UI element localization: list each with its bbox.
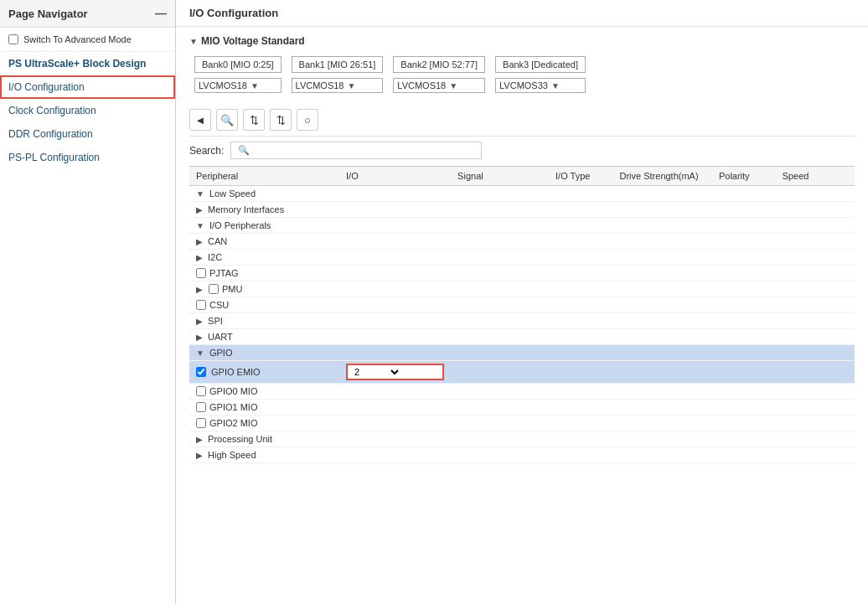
gpio-label: GPIO — [209, 348, 233, 358]
search-field[interactable] — [253, 146, 474, 156]
sidebar: Page Navigator — Switch To Advanced Mode… — [0, 0, 176, 604]
gpio-emio-speed — [776, 361, 824, 384]
can-label: CAN — [208, 236, 227, 246]
low-speed-expand-icon[interactable]: ▼ — [196, 189, 204, 199]
col-header-speed: Speed — [776, 167, 824, 186]
search-icon: 🔍 — [238, 145, 250, 156]
low-speed-label: Low Speed — [209, 188, 256, 199]
memory-interfaces-expand-icon[interactable]: ▶ — [196, 205, 203, 214]
col-header-iotype: I/O Type — [549, 167, 612, 186]
search-button[interactable]: 🔍 — [216, 109, 238, 131]
toolbar: ◄ 🔍 ⇅ ⇅ ○ — [189, 104, 855, 137]
i2c-label: I2C — [208, 252, 222, 262]
filter2-button[interactable]: ⇅ — [270, 109, 292, 131]
table-row: ▶ Processing Unit — [189, 431, 855, 447]
io-peripherals-expand-icon[interactable]: ▼ — [196, 221, 204, 230]
gpio-emio-checkbox[interactable] — [196, 367, 206, 377]
circle-button[interactable]: ○ — [297, 109, 318, 131]
search-input-wrapper[interactable]: 🔍 — [230, 142, 482, 159]
gpio-emio-label: GPIO EMIO — [211, 367, 261, 377]
gpio-emio-value-wrapper[interactable]: 2 4 8 16 32 64 — [346, 364, 444, 380]
sidebar-item-clock-config[interactable]: Clock Configuration — [0, 99, 175, 122]
table-row: ▶ UART — [189, 329, 855, 345]
processing-unit-label: Processing Unit — [208, 434, 272, 444]
gpio-emio-row: GPIO EMIO 2 4 8 16 32 64 — [189, 361, 855, 384]
mio-chevron-icon[interactable]: ▼ — [189, 37, 198, 46]
pmu-checkbox[interactable] — [209, 284, 219, 294]
can-expand-icon[interactable]: ▶ — [196, 237, 203, 246]
bank0-select[interactable]: LVCMOS18 ▼ — [194, 78, 282, 93]
gpio-emio-iotype — [549, 361, 612, 384]
spi-expand-icon[interactable]: ▶ — [196, 317, 203, 326]
table-row: GPIO0 MIO — [189, 384, 855, 400]
col-header-io: I/O — [339, 167, 451, 186]
bank2-select[interactable]: LVCMOS18 ▼ — [393, 78, 485, 93]
bank0-caret-icon: ▼ — [251, 81, 277, 90]
gpio-row: ▼ GPIO — [189, 345, 855, 361]
back-button[interactable]: ◄ — [189, 109, 211, 131]
sidebar-nav: PS UltraScale+ Block Design I/O Configur… — [0, 52, 175, 169]
pmu-expand-icon[interactable]: ▶ — [196, 285, 203, 294]
tree-table: Peripheral I/O Signal I/O Type Drive Str… — [189, 166, 855, 463]
gpio-emio-signal — [451, 361, 549, 384]
bank1-select[interactable]: LVCMOS18 ▼ — [292, 78, 384, 93]
table-row: ▼ I/O Peripherals — [189, 218, 855, 234]
advanced-mode-checkbox[interactable] — [8, 34, 18, 44]
table-row: GPIO1 MIO — [189, 400, 855, 416]
bank1-caret-icon: ▼ — [347, 81, 379, 90]
sidebar-item-ps-ultrascale[interactable]: PS UltraScale+ Block Design — [0, 52, 175, 75]
pjtag-label: PJTAG — [209, 268, 239, 278]
uart-label: UART — [208, 332, 233, 342]
sidebar-item-ddr-config[interactable]: DDR Configuration — [0, 122, 175, 146]
table-row: ▶ High Speed — [189, 447, 855, 463]
table-row: ▶ SPI — [189, 313, 855, 329]
csu-checkbox[interactable] — [196, 300, 206, 310]
gpio0-mio-label: GPIO0 MIO — [209, 386, 257, 396]
mio-section: ▼ MIO Voltage Standard Bank0 [MIO 0:25] … — [189, 35, 855, 96]
pmu-label: PMU — [222, 284, 242, 294]
main-header: I/O Configuration — [176, 0, 868, 27]
bank3-select[interactable]: LVCMOS33 ▼ — [495, 78, 586, 93]
table-row: GPIO2 MIO — [189, 416, 855, 431]
advanced-mode-label: Switch To Advanced Mode — [23, 34, 132, 44]
high-speed-expand-icon[interactable]: ▶ — [196, 451, 203, 460]
memory-interfaces-label: Memory Interfaces — [208, 204, 284, 214]
search-bar: Search: 🔍 — [189, 142, 855, 159]
table-row: PJTAG — [189, 266, 855, 281]
col-header-drive: Drive Strength(mA) — [612, 167, 711, 186]
sidebar-item-ps-pl-config[interactable]: PS-PL Configuration — [0, 146, 175, 169]
gpio-emio-select[interactable]: 2 4 8 16 32 64 — [351, 366, 401, 378]
gpio2-mio-label: GPIO2 MIO — [209, 418, 257, 428]
table-row: ▶ Memory Interfaces — [189, 202, 855, 218]
uart-expand-icon[interactable]: ▶ — [196, 333, 203, 342]
gpio2-mio-checkbox[interactable] — [196, 418, 206, 428]
bank1-label: Bank1 [MIO 26:51] — [292, 56, 384, 73]
content-area: ▼ MIO Voltage Standard Bank0 [MIO 0:25] … — [176, 27, 868, 604]
table-row: ▶ PMU — [189, 281, 855, 297]
sidebar-title: Page Navigator — [8, 8, 88, 20]
bank3-label: Bank3 [Dedicated] — [495, 56, 586, 73]
bank2-caret-icon: ▼ — [449, 81, 481, 90]
main-panel: I/O Configuration ▼ MIO Voltage Standard… — [176, 0, 868, 604]
gpio-emio-polarity — [712, 361, 776, 384]
col-header-peripheral: Peripheral — [189, 167, 339, 186]
bank2-label: Bank2 [MIO 52:77] — [393, 56, 485, 73]
gpio1-mio-label: GPIO1 MIO — [209, 402, 257, 412]
gpio0-mio-checkbox[interactable] — [196, 386, 206, 396]
pjtag-checkbox[interactable] — [196, 268, 206, 278]
col-header-signal: Signal — [451, 167, 549, 186]
io-peripherals-label: I/O Peripherals — [209, 220, 271, 230]
sidebar-item-io-config[interactable]: I/O Configuration — [0, 75, 175, 99]
i2c-expand-icon[interactable]: ▶ — [196, 253, 203, 262]
spi-label: SPI — [208, 316, 223, 326]
mio-section-title: ▼ MIO Voltage Standard — [189, 35, 855, 47]
gpio-expand-icon[interactable]: ▼ — [196, 348, 204, 358]
table-row: ▼ Low Speed — [189, 186, 855, 202]
sidebar-switch-row: Switch To Advanced Mode — [0, 28, 175, 52]
csu-label: CSU — [209, 300, 229, 310]
sidebar-minimize-button[interactable]: — — [155, 7, 167, 20]
filter1-button[interactable]: ⇅ — [243, 109, 265, 131]
gpio-emio-extra — [824, 361, 855, 384]
processing-unit-expand-icon[interactable]: ▶ — [196, 435, 203, 444]
gpio1-mio-checkbox[interactable] — [196, 402, 206, 412]
